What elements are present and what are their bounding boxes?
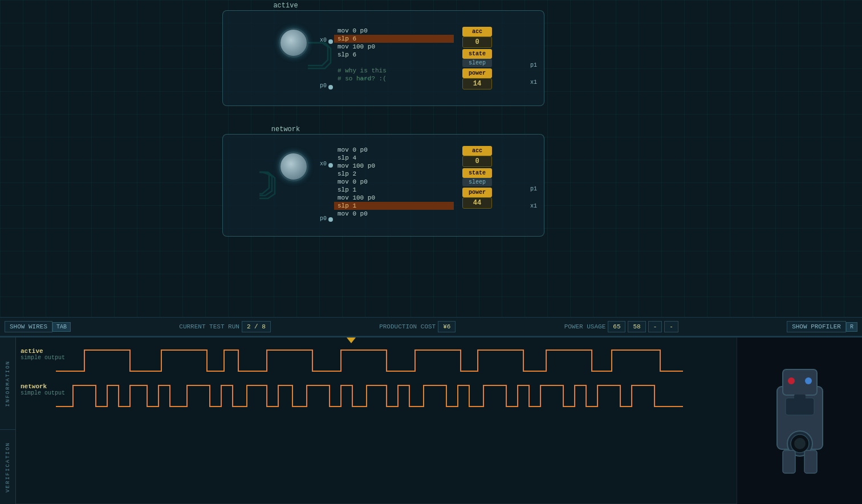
port-dot-x0-network [328,163,333,168]
show-wires-button[interactable]: SHOW WIRES [5,321,52,332]
robot-svg [754,352,845,489]
acc-value-active: 0 [462,36,492,48]
side-tabs: INFORMATION VERIFICATION [0,338,16,504]
port-x0-network: x0 [320,161,327,167]
info-tab[interactable]: INFORMATION [0,338,15,430]
code-panel-network[interactable]: mov 0 p0 slp 4 mov 100 p0 slp 2 mov 0 p0… [334,146,454,218]
svg-point-3 [805,377,812,384]
code-line-4[interactable]: slp 6 [334,51,454,59]
port-dot-x0-active [328,39,333,44]
net-code-line-6[interactable]: slp 1 [334,186,454,194]
net-code-line-5[interactable]: mov 0 p0 [334,178,454,186]
acc-button-network[interactable]: acc [462,146,492,156]
state-value-network: sleep [462,178,492,186]
code-line-7: # so hard? :( [334,75,454,83]
canvas-area: active x0 p0 p1 x1 mov 0 p0 slp 6 mov 10… [0,0,862,319]
net-code-line-4[interactable]: slp 2 [334,170,454,178]
code-line-1[interactable]: mov 0 p0 [334,27,454,35]
port-x1-network: x1 [530,203,537,209]
svg-rect-4 [786,398,814,415]
side-panel-network: acc 0 state sleep power 44 [462,146,492,209]
code-line-3[interactable]: mov 100 p0 [334,43,454,51]
power-value-network: 44 [462,197,492,209]
port-dot-p0-active [328,85,333,90]
state-value-active: sleep [462,59,492,67]
code-line-2-active[interactable]: slp 6 [334,35,454,43]
code-line-5 [334,59,454,67]
show-profiler-button[interactable]: SHOW PROFILER [787,321,846,332]
chart-area: active simple output network simple outp… [16,338,737,504]
acc-button-active[interactable]: acc [462,27,492,36]
verification-tab[interactable]: VERIFICATION [0,430,15,504]
card-network-label: network [271,125,300,133]
state-button-active[interactable]: state [462,49,492,59]
card-active-label: active [273,2,298,10]
code-line-6: # why is this [334,67,454,75]
production-cost-label: PRODUCTION COST [379,323,436,330]
power-usage-label: POWER USAGE [564,323,606,330]
port-dot-p0-network [328,217,333,222]
port-x0-active: x0 [320,37,327,43]
net-code-line-7[interactable]: mov 100 p0 [334,194,454,202]
circle-connector-active [279,28,308,58]
port-p0-network: p0 [320,216,327,222]
port-x1-active: x1 [530,79,537,86]
net-code-line-8-active[interactable]: slp 1 [334,202,454,210]
verification-tab-label: VERIFICATION [5,442,11,493]
circle-connector-network [279,152,308,181]
state-button-network[interactable]: state [462,168,492,178]
net-code-line-2[interactable]: slp 4 [334,154,454,162]
info-tab-label: INFORMATION [5,360,11,407]
net-code-line-3[interactable]: mov 100 p0 [334,162,454,170]
waveform-network-svg [56,381,683,410]
power-dash2: - [664,321,678,332]
power-button-active[interactable]: power [462,68,492,78]
power-button-network[interactable]: power [462,188,492,197]
robot-area [737,338,862,504]
acc-value-network: 0 [462,156,492,167]
triangle-marker [347,338,356,343]
power-value2: 58 [628,321,645,332]
port-p1-active: p1 [530,62,537,68]
port-p0-active: p0 [320,83,327,89]
production-cost-value: ¥6 [438,321,456,332]
card-network: network x0 p0 p1 x1 mov 0 p0 slp 4 mov 1… [222,134,544,237]
current-test-value: 2 / 8 [242,321,271,332]
net-code-line-9[interactable]: mov 0 p0 [334,210,454,218]
svg-rect-9 [804,450,817,473]
svg-rect-8 [783,450,795,473]
svg-rect-10 [794,395,806,400]
code-panel-active[interactable]: mov 0 p0 slp 6 mov 100 p0 slp 6 # why is… [334,27,454,83]
show-wires-key: TAB [52,322,71,332]
port-p1-network: p1 [530,186,537,192]
card-active: active x0 p0 p1 x1 mov 0 p0 slp 6 mov 10… [222,10,544,106]
waveform-active-svg [56,346,683,375]
net-code-line-1[interactable]: mov 0 p0 [334,146,454,154]
current-test-label: CURRENT TEST RUN [179,323,239,330]
toolbar: SHOW WIRES TAB CURRENT TEST RUN 2 / 8 PR… [0,317,862,336]
power-value-active: 14 [462,78,492,90]
show-profiler-key: R [846,322,857,332]
svg-point-7 [794,438,806,449]
side-panel-active: acc 0 state sleep power 14 [462,27,492,90]
power-dash1: - [648,321,662,332]
power-value1: 65 [608,321,625,332]
svg-point-2 [788,377,795,384]
info-panel: INFORMATION VERIFICATION active simple o… [0,336,862,504]
svg-rect-1 [783,369,817,395]
